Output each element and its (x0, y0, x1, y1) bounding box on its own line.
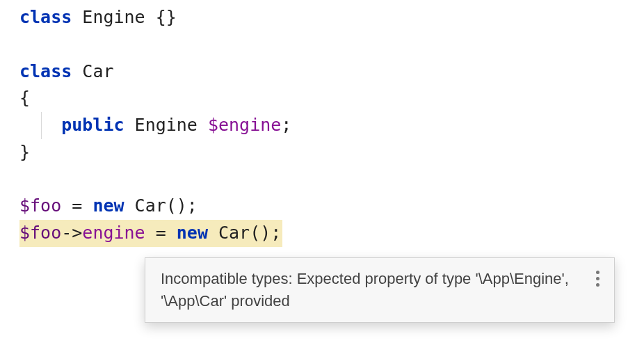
open-brace: { (19, 88, 30, 108)
code-line: class Engine {} (19, 4, 644, 31)
keyword-new: new (177, 223, 208, 243)
type-engine: Engine (82, 7, 145, 27)
inspection-tooltip: Incompatible types: Expected property of… (145, 257, 615, 323)
code-line: $foo = new Car(); (19, 193, 644, 220)
keyword-public: public (61, 115, 124, 135)
paren-semi: (); (166, 195, 198, 216)
var-engine: $engine (208, 115, 281, 135)
blank-line (19, 166, 644, 193)
code-line: class Car (19, 58, 644, 86)
var-foo: $foo (19, 223, 61, 243)
type-car: Car (218, 223, 250, 243)
tooltip-message: Incompatible types: Expected property of… (161, 268, 581, 312)
type-engine: Engine (135, 115, 198, 135)
space (124, 195, 135, 216)
more-actions-button[interactable] (590, 268, 604, 289)
dots-vertical-icon (596, 271, 599, 274)
keyword-class: class (19, 61, 72, 81)
type-car: Car (82, 61, 113, 81)
assign: = (61, 195, 92, 216)
dots-vertical-icon (596, 283, 599, 287)
code-line: } (19, 139, 644, 166)
close-brace: } (19, 142, 30, 162)
type-car: Car (135, 195, 166, 216)
blank-line (19, 31, 644, 58)
code-line: public Engine $engine; (19, 112, 644, 139)
braces: {} (156, 7, 177, 27)
assign: = (145, 223, 177, 243)
keyword-new: new (92, 195, 124, 216)
warning-highlight: $foo->engine = new Car(); (19, 220, 282, 247)
keyword-class: class (19, 7, 72, 27)
code-line: { (19, 85, 644, 112)
paren-semi: (); (250, 223, 281, 243)
indent-guide (41, 112, 42, 139)
dots-vertical-icon (596, 277, 599, 280)
semicolon: ; (281, 115, 291, 135)
space (208, 223, 218, 243)
code-editor[interactable]: class Engine {} class Car { public Engin… (0, 0, 644, 247)
code-line-warning: $foo->engine = new Car(); (19, 220, 644, 247)
arrow: -> (61, 223, 82, 243)
var-foo: $foo (19, 195, 61, 216)
prop-engine: engine (82, 223, 145, 243)
